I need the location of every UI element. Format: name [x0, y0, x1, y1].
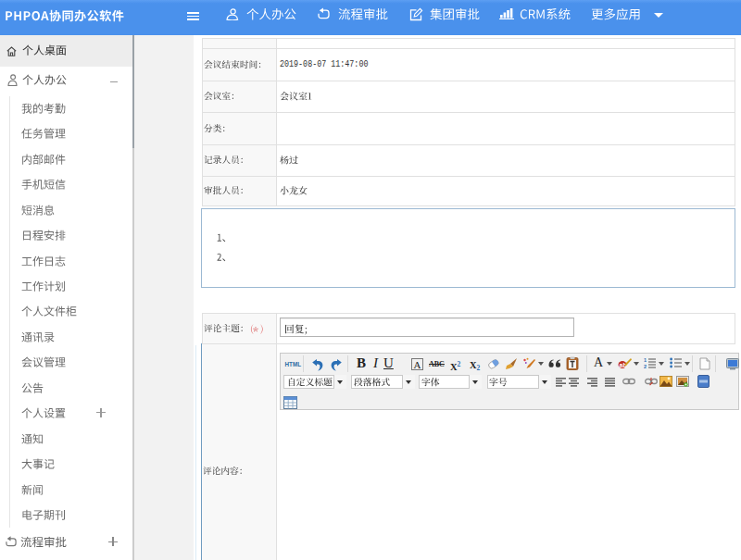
svg-text:1: 1	[644, 357, 647, 363]
svg-text:2: 2	[644, 364, 647, 369]
